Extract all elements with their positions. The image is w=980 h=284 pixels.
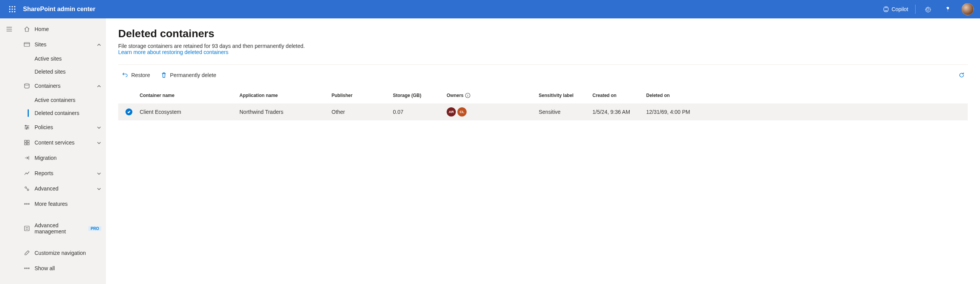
- svg-rect-1: [12, 6, 13, 7]
- nav-label: Content services: [35, 140, 97, 146]
- col-deleted[interactable]: Deleted on: [646, 93, 968, 98]
- nav-deleted-sites[interactable]: Deleted sites: [18, 65, 106, 78]
- permanently-delete-button[interactable]: Permanently delete: [157, 70, 220, 80]
- svg-rect-8: [14, 11, 15, 12]
- nav-sub-label: Active containers: [35, 97, 76, 103]
- nav-content-services[interactable]: Content services: [18, 135, 106, 150]
- content-services-icon: [24, 140, 30, 146]
- nav-label: Customize navigation: [35, 250, 101, 256]
- owner-avatar[interactable]: CL: [457, 107, 467, 117]
- refresh-button[interactable]: [955, 69, 968, 81]
- col-container-name[interactable]: Container name: [140, 93, 239, 98]
- nav-label: Migration: [35, 155, 101, 161]
- chevron-down-icon: [97, 186, 101, 191]
- main-content: Deleted containers File storage containe…: [106, 18, 980, 284]
- row-select[interactable]: [118, 108, 140, 115]
- trash-icon: [161, 72, 167, 78]
- info-icon[interactable]: [465, 93, 470, 98]
- svg-rect-22: [25, 140, 26, 142]
- restore-button[interactable]: Restore: [118, 70, 154, 80]
- cell-publisher: Other: [332, 109, 393, 115]
- col-storage[interactable]: Storage (GB): [393, 93, 447, 98]
- refresh-icon: [959, 72, 965, 78]
- gear-icon: [924, 6, 931, 13]
- nav-label: Show all: [35, 265, 101, 271]
- svg-point-36: [26, 268, 28, 269]
- nav-toggle-button[interactable]: [3, 23, 15, 35]
- svg-point-40: [467, 94, 468, 94]
- nav-sub-label: Deleted containers: [35, 110, 79, 116]
- svg-rect-23: [27, 140, 29, 142]
- svg-point-31: [28, 204, 30, 205]
- command-bar: Restore Permanently delete: [118, 64, 968, 81]
- advanced-mgmt-icon: [24, 225, 30, 231]
- nav-label: Policies: [35, 124, 97, 130]
- col-created[interactable]: Created on: [592, 93, 646, 98]
- nav-advanced-management[interactable]: Advanced management PRO: [18, 221, 106, 236]
- col-publisher[interactable]: Publisher: [332, 93, 393, 98]
- svg-point-30: [26, 204, 28, 205]
- cell-deleted-on: 12/31/69, 4:00 PM: [646, 109, 968, 115]
- svg-rect-3: [9, 9, 10, 10]
- page-title: Deleted containers: [118, 28, 968, 40]
- nav-label: More features: [35, 201, 101, 207]
- pro-badge: PRO: [88, 226, 101, 231]
- svg-rect-4: [12, 9, 13, 10]
- nav-active-sites[interactable]: Active sites: [18, 52, 106, 65]
- settings-button[interactable]: [919, 0, 937, 18]
- col-owners[interactable]: Owners: [447, 93, 539, 98]
- nav-active-containers[interactable]: Active containers: [18, 94, 106, 107]
- app-launcher-button[interactable]: [3, 0, 21, 18]
- nav-home[interactable]: Home: [18, 21, 106, 37]
- nav-label: Sites: [35, 41, 97, 48]
- waffle-icon: [9, 6, 15, 12]
- chevron-down-icon: [97, 140, 101, 145]
- nav-sites[interactable]: Sites: [18, 37, 106, 52]
- svg-rect-0: [9, 6, 10, 7]
- cell-container-name: Client Ecosystem: [140, 109, 239, 115]
- owner-avatar[interactable]: AR: [447, 107, 456, 117]
- svg-point-29: [25, 204, 26, 205]
- svg-point-15: [25, 84, 29, 85]
- learn-more-link[interactable]: Learn more about restoring deleted conta…: [118, 49, 228, 55]
- nav-containers[interactable]: Containers: [18, 78, 106, 94]
- nav-more-features[interactable]: More features: [18, 196, 106, 212]
- help-button[interactable]: [939, 0, 957, 18]
- header-title: SharePoint admin center: [23, 6, 96, 13]
- nav-label: Advanced: [35, 186, 97, 192]
- migration-icon: [24, 155, 30, 161]
- page-description-block: File storage containers are retained for…: [118, 43, 968, 55]
- copilot-button[interactable]: Copilot: [879, 4, 912, 15]
- sites-icon: [24, 41, 30, 48]
- nav-label: Home: [35, 26, 101, 32]
- copilot-icon: [883, 6, 889, 12]
- nav-show-all[interactable]: Show all: [18, 261, 106, 276]
- svg-point-35: [25, 268, 26, 269]
- edit-icon: [24, 250, 30, 256]
- header-divider: [915, 5, 916, 14]
- svg-rect-25: [27, 143, 29, 145]
- nav-advanced[interactable]: Advanced: [18, 181, 106, 196]
- nav-reports[interactable]: Reports: [18, 166, 106, 181]
- nav-migration[interactable]: Migration: [18, 150, 106, 166]
- col-application-name[interactable]: Application name: [239, 93, 332, 98]
- user-avatar[interactable]: [962, 3, 974, 15]
- chevron-up-icon: [97, 42, 101, 47]
- nav-policies[interactable]: Policies: [18, 120, 106, 135]
- table-row[interactable]: Client EcosystemNorthwind TradersOther0.…: [118, 103, 968, 120]
- svg-rect-6: [9, 11, 10, 12]
- col-sensitivity[interactable]: Sensitivity label: [539, 93, 592, 98]
- copilot-label: Copilot: [891, 6, 908, 12]
- svg-point-27: [27, 189, 29, 190]
- nav-customize[interactable]: Customize navigation: [18, 245, 106, 261]
- svg-point-26: [25, 187, 26, 188]
- nav-deleted-containers[interactable]: Deleted containers: [18, 107, 106, 120]
- cell-sensitivity: Sensitive: [539, 109, 592, 115]
- col-owners-label: Owners: [447, 93, 464, 98]
- nav-label: Advanced management: [35, 222, 85, 235]
- svg-rect-24: [25, 143, 26, 145]
- containers-table: Container name Application name Publishe…: [118, 87, 968, 120]
- undo-icon: [122, 72, 128, 78]
- chevron-down-icon: [97, 125, 101, 130]
- nav-label: Reports: [35, 170, 97, 176]
